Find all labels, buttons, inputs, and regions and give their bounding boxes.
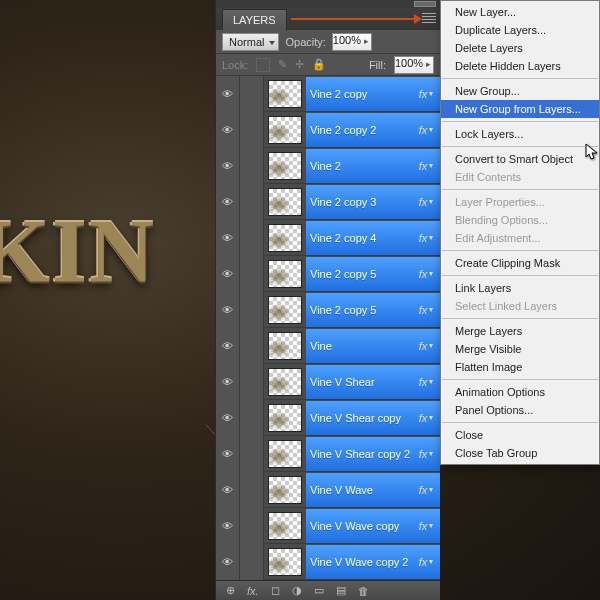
layer-name[interactable]: Vine V Shear copy 2 [306, 437, 412, 471]
layer-name[interactable]: Vine V Shear [306, 365, 412, 399]
layer-thumbnail[interactable] [268, 260, 302, 288]
lock-brush-icon[interactable]: ✎ [278, 58, 287, 71]
layer-row[interactable]: 👁Vine 2fx [216, 148, 440, 184]
lock-slot[interactable] [240, 364, 264, 400]
layer-name[interactable]: Vine [306, 329, 412, 363]
visibility-icon[interactable]: 👁 [216, 544, 240, 580]
layers-tab[interactable]: LAYERS [222, 9, 287, 30]
layer-row[interactable]: 👁Vine 2 copyfx [216, 76, 440, 112]
layer-row[interactable]: 👁Vine V Wavefx [216, 472, 440, 508]
layer-thumbnail[interactable] [268, 368, 302, 396]
lock-slot[interactable] [240, 472, 264, 508]
menu-delete-layers[interactable]: Delete Layers [441, 39, 599, 57]
layer-thumbnail[interactable] [268, 332, 302, 360]
menu-flatten[interactable]: Flatten Image [441, 358, 599, 376]
layer-effects-icon[interactable]: fx [412, 293, 440, 327]
visibility-icon[interactable]: 👁 [216, 112, 240, 148]
visibility-icon[interactable]: 👁 [216, 328, 240, 364]
layer-row[interactable]: 👁Vine 2 copy 4fx [216, 220, 440, 256]
link-layers-icon[interactable]: ⊕ [226, 584, 235, 597]
lock-slot[interactable] [240, 220, 264, 256]
layer-effects-icon[interactable]: fx [412, 113, 440, 147]
layer-row[interactable]: 👁Vine 2 copy 5fx [216, 256, 440, 292]
layer-name[interactable]: Vine V Wave copy [306, 509, 412, 543]
layer-thumbnail[interactable] [268, 224, 302, 252]
fill-input[interactable]: 100% [394, 56, 434, 74]
layer-thumbnail[interactable] [268, 440, 302, 468]
menu-panel-options[interactable]: Panel Options... [441, 401, 599, 419]
visibility-icon[interactable]: 👁 [216, 220, 240, 256]
lock-move-icon[interactable]: ✢ [295, 58, 304, 71]
layer-effects-icon[interactable]: fx [412, 257, 440, 291]
menu-animation-options[interactable]: Animation Options [441, 383, 599, 401]
layer-row[interactable]: 👁Vine V Shear copy 2fx [216, 436, 440, 472]
layer-thumbnail[interactable] [268, 296, 302, 324]
layer-row[interactable]: 👁Vine V Shear copyfx [216, 400, 440, 436]
layer-name[interactable]: Vine 2 copy 5 [306, 257, 412, 291]
layer-thumbnail[interactable] [268, 188, 302, 216]
trash-icon[interactable]: 🗑 [358, 585, 369, 597]
lock-slot[interactable] [240, 328, 264, 364]
layer-effects-icon[interactable]: fx [412, 185, 440, 219]
lock-slot[interactable] [240, 112, 264, 148]
lock-slot[interactable] [240, 148, 264, 184]
layer-thumbnail[interactable] [268, 152, 302, 180]
opacity-input[interactable]: 100% [332, 33, 372, 51]
layer-effects-icon[interactable]: fx [412, 365, 440, 399]
layer-effects-icon[interactable]: fx [412, 509, 440, 543]
layer-name[interactable]: Vine 2 copy 3 [306, 185, 412, 219]
menu-new-layer[interactable]: New Layer... [441, 3, 599, 21]
layer-name[interactable]: Vine 2 [306, 149, 412, 183]
layer-thumbnail[interactable] [268, 476, 302, 504]
layer-name[interactable]: Vine V Wave copy 2 [306, 545, 412, 579]
blend-mode-select[interactable]: Normal [222, 33, 279, 51]
menu-merge-visible[interactable]: Merge Visible [441, 340, 599, 358]
visibility-icon[interactable]: 👁 [216, 292, 240, 328]
group-icon[interactable]: ▭ [314, 584, 324, 597]
menu-link-layers[interactable]: Link Layers [441, 279, 599, 297]
layer-row[interactable]: 👁Vine 2 copy 5fx [216, 292, 440, 328]
lock-slot[interactable] [240, 580, 264, 581]
lock-slot[interactable] [240, 292, 264, 328]
menu-merge-layers[interactable]: Merge Layers [441, 322, 599, 340]
menu-delete-hidden[interactable]: Delete Hidden Layers [441, 57, 599, 75]
layer-effects-icon[interactable]: fx [412, 329, 440, 363]
lock-slot[interactable] [240, 400, 264, 436]
layer-row[interactable]: 👁Vine V Wave copyfx [216, 508, 440, 544]
lock-slot[interactable] [240, 256, 264, 292]
lock-transparent-icon[interactable] [256, 58, 270, 72]
lock-slot[interactable] [240, 436, 264, 472]
layer-name[interactable]: Vine 2 copy 4 [306, 221, 412, 255]
layer-row[interactable]: 👁Vine V Wave copy 2fx [216, 544, 440, 580]
visibility-icon[interactable]: 👁 [216, 256, 240, 292]
visibility-icon[interactable]: 👁 [216, 148, 240, 184]
layer-effects-icon[interactable]: fx [412, 221, 440, 255]
visibility-icon[interactable]: 👁 [216, 580, 240, 581]
lock-all-icon[interactable]: 🔒 [312, 58, 326, 71]
menu-duplicate-layers[interactable]: Duplicate Layers... [441, 21, 599, 39]
layer-row[interactable]: 👁Vine V Shearfx [216, 364, 440, 400]
adjustment-icon[interactable]: ◑ [292, 584, 302, 597]
layer-name[interactable]: Vine 2 copy [306, 77, 412, 111]
menu-lock-layers[interactable]: Lock Layers... [441, 125, 599, 143]
menu-new-group[interactable]: New Group... [441, 82, 599, 100]
layer-row[interactable]: 👁Vine 2 copy 2fx [216, 112, 440, 148]
visibility-icon[interactable]: 👁 [216, 400, 240, 436]
lock-slot[interactable] [240, 508, 264, 544]
layer-name[interactable]: Vine 2 copy 2 [306, 113, 412, 147]
menu-convert-smart[interactable]: Convert to Smart Object [441, 150, 599, 168]
panel-menu-icon[interactable] [422, 12, 436, 24]
layer-effects-icon[interactable]: fx [412, 401, 440, 435]
mask-icon[interactable]: ◻ [271, 584, 280, 597]
layer-name[interactable]: Vine V Wave [306, 473, 412, 507]
new-layer-icon[interactable]: ▤ [336, 584, 346, 597]
menu-clipping-mask[interactable]: Create Clipping Mask [441, 254, 599, 272]
layer-name[interactable]: Vine 2 copy 5 [306, 293, 412, 327]
menu-close[interactable]: Close [441, 426, 599, 444]
layer-effects-icon[interactable]: fx [412, 545, 440, 579]
visibility-icon[interactable]: 👁 [216, 76, 240, 112]
menu-new-group-from-layers[interactable]: New Group from Layers... [441, 100, 599, 118]
layer-effects-icon[interactable]: fx [412, 77, 440, 111]
layer-thumbnail[interactable] [268, 548, 302, 576]
layer-effects-icon[interactable]: fx [412, 473, 440, 507]
